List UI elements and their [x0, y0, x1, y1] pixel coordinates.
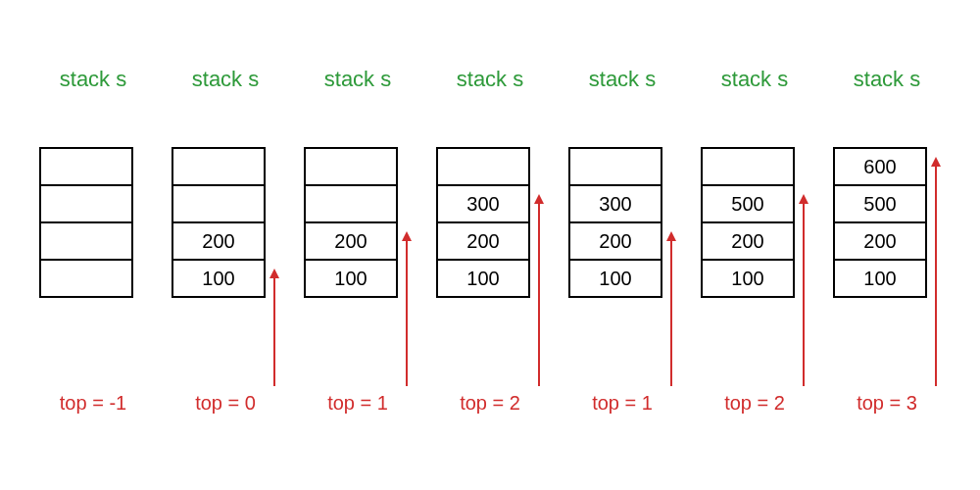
- stack-cell: 300: [568, 184, 662, 223]
- stack-cell: [568, 147, 662, 186]
- stack-cell: 100: [172, 259, 266, 298]
- top-label: top = 1: [568, 392, 676, 415]
- stack-cell: 500: [701, 184, 795, 223]
- stack-cell: 200: [833, 221, 927, 261]
- top-pointer-arrow: [538, 204, 540, 386]
- stack-cell: 200: [701, 221, 795, 261]
- stack-cell: [304, 184, 398, 223]
- stack-cell: [172, 147, 266, 186]
- top-label: top = -1: [39, 392, 147, 415]
- top-label: top = 2: [436, 392, 544, 415]
- top-pointer-arrow: [670, 241, 672, 386]
- stack-cell: 200: [436, 221, 530, 261]
- top-label: top = 3: [833, 392, 941, 415]
- stack-cell: 200: [304, 221, 398, 261]
- stack-cell: 600: [833, 147, 927, 186]
- stack-cell: 200: [172, 221, 266, 261]
- stack-cell: 500: [833, 184, 927, 223]
- top-label: top = 1: [304, 392, 412, 415]
- stack-cell: [39, 184, 133, 223]
- stack-cell: 100: [833, 259, 927, 298]
- stack-cell: [172, 184, 266, 223]
- stack-cell: 100: [701, 259, 795, 298]
- stack-cell: [304, 147, 398, 186]
- stack-title: stack s: [436, 67, 544, 92]
- top-label: top = 2: [701, 392, 808, 415]
- stack-cell: [39, 259, 133, 298]
- stack-cell: 300: [436, 184, 530, 223]
- stack-title: stack s: [833, 67, 941, 92]
- stack-cell: [39, 147, 133, 186]
- stack-cell: 100: [568, 259, 662, 298]
- top-pointer-arrow: [406, 241, 408, 386]
- stack-title: stack s: [39, 67, 147, 92]
- top-label: top = 0: [172, 392, 279, 415]
- stack-cell: 100: [436, 259, 530, 298]
- top-pointer-arrow: [273, 278, 275, 386]
- top-pointer-arrow: [935, 167, 937, 386]
- stack-title: stack s: [568, 67, 676, 92]
- stack-cell: 100: [304, 259, 398, 298]
- stack-cell: [39, 221, 133, 261]
- stack-title: stack s: [304, 67, 412, 92]
- stack-cell: [436, 147, 530, 186]
- stack-cell: [701, 147, 795, 186]
- top-pointer-arrow: [803, 204, 805, 386]
- stack-title: stack s: [701, 67, 808, 92]
- stack-cell: 200: [568, 221, 662, 261]
- stack-title: stack s: [172, 67, 279, 92]
